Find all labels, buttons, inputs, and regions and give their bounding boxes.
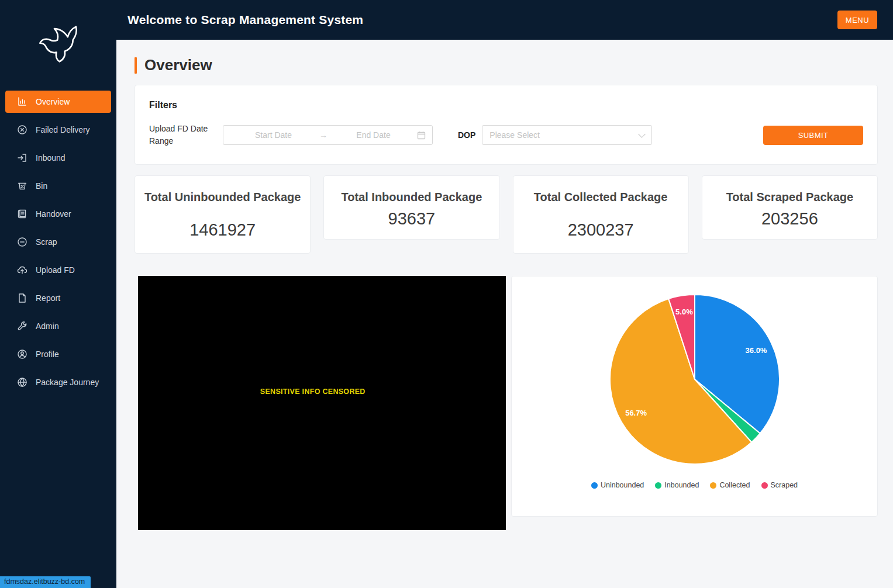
legend-dot	[761, 482, 768, 489]
sidebar: Overview Failed Delivery Inbound Bin	[0, 0, 116, 588]
sidebar-item-failed-delivery[interactable]: Failed Delivery	[5, 119, 111, 141]
wrench-icon	[17, 321, 27, 331]
dop-label: DOP	[458, 129, 475, 141]
filters-card: Filters Upload FD Date Range Start Date …	[135, 85, 878, 165]
sidebar-item-inbound[interactable]: Inbound	[5, 147, 111, 169]
filters-heading: Filters	[149, 100, 863, 110]
stat-value: 203256	[761, 209, 818, 229]
date-range-label: Upload FD Date Range	[149, 123, 223, 147]
user-circle-icon	[17, 349, 27, 359]
sidebar-item-label: Inbound	[36, 153, 65, 162]
sidebar-item-upload-fd[interactable]: Upload FD	[5, 259, 111, 281]
legend-label: Scraped	[771, 481, 798, 489]
filters-row: Upload FD Date Range Start Date → End Da…	[149, 123, 863, 147]
sidebar-item-label: Admin	[36, 321, 59, 331]
stat-value: 1461927	[189, 220, 256, 240]
sidebar-nav: Overview Failed Delivery Inbound Bin	[0, 91, 116, 399]
sidebar-item-bin[interactable]: Bin	[5, 175, 111, 197]
charts-row: SENSITIVE INFO CENSORED 36.0%56.7%5.0% U…	[135, 276, 878, 530]
legend-label: Uninbounded	[601, 481, 644, 489]
page-title: Overview	[135, 56, 878, 74]
legend-item-scraped[interactable]: Scraped	[761, 481, 798, 489]
sidebar-item-label: Bin	[36, 181, 47, 191]
arrow-right-icon: →	[317, 130, 330, 140]
legend-label: Inbounded	[664, 481, 699, 489]
sidebar-item-label: Upload FD	[36, 265, 75, 275]
sidebar-item-label: Scrap	[36, 237, 57, 247]
legend-dot	[655, 482, 661, 489]
sidebar-item-handover[interactable]: Handover	[5, 203, 111, 225]
cloud-upload-icon	[17, 265, 27, 275]
pie-slice-label: 56.7%	[625, 409, 647, 417]
stat-title: Total Collected Package	[534, 189, 668, 205]
stat-card-uninbounded: Total Uninbounded Package 1461927	[135, 175, 311, 254]
legend-item-inbounded[interactable]: Inbounded	[655, 481, 699, 489]
stats-row: Total Uninbounded Package 1461927 Total …	[135, 175, 878, 254]
stat-value: 2300237	[568, 220, 634, 240]
censored-overlay: SENSITIVE INFO CENSORED	[138, 276, 506, 530]
dop-select-value: Please Select	[489, 130, 639, 140]
file-icon	[17, 293, 27, 303]
pie-slice-label: 36.0%	[745, 346, 767, 355]
circle-x-icon	[17, 124, 27, 135]
stat-card-scraped: Total Scraped Package 203256	[702, 175, 878, 240]
pie-chart[interactable]: 36.0%56.7%5.0%	[607, 292, 782, 467]
date-range-picker[interactable]: Start Date → End Date	[223, 125, 433, 145]
menu-button[interactable]: MENU	[837, 11, 877, 29]
title-accent-bar	[135, 57, 137, 74]
browser-status-bar: fdmsdaz.elitbuzz-bd.com	[0, 576, 91, 588]
stat-value: 93637	[388, 209, 436, 229]
sidebar-item-label: Overview	[36, 97, 70, 106]
chart-legend: UninboundedInboundedCollectedScraped	[591, 481, 798, 489]
end-date-input[interactable]: End Date	[330, 130, 417, 140]
stat-card-inbounded: Total Inbounded Package 93637	[323, 175, 499, 240]
circle-minus-icon	[17, 237, 27, 247]
chevron-down-icon	[638, 130, 646, 138]
document-icon	[17, 209, 27, 219]
legend-item-collected[interactable]: Collected	[710, 481, 750, 489]
sidebar-item-profile[interactable]: Profile	[5, 343, 111, 365]
sidebar-item-package-journey[interactable]: Package Journey	[5, 371, 111, 393]
trash-bin-icon	[17, 181, 27, 191]
stat-title: Total Scraped Package	[726, 189, 854, 205]
bird-logo-icon	[32, 15, 85, 69]
legend-item-uninbounded[interactable]: Uninbounded	[591, 481, 644, 489]
censored-text: SENSITIVE INFO CENSORED	[260, 388, 366, 396]
sidebar-item-admin[interactable]: Admin	[5, 315, 111, 337]
sidebar-item-label: Report	[36, 293, 60, 303]
sidebar-item-label: Package Journey	[36, 378, 99, 387]
legend-dot	[591, 482, 598, 489]
app-title: Welcome to Scrap Management System	[127, 13, 363, 27]
calendar-icon	[417, 131, 426, 140]
pie-slice-label: 5.0%	[675, 307, 693, 316]
legend-dot	[710, 482, 716, 489]
sidebar-item-overview[interactable]: Overview	[5, 91, 111, 113]
legend-label: Collected	[719, 481, 750, 489]
sidebar-item-label: Handover	[36, 209, 71, 219]
stat-title: Total Uninbounded Package	[144, 189, 301, 205]
sidebar-item-label: Profile	[36, 350, 59, 359]
sidebar-item-scrap[interactable]: Scrap	[5, 231, 111, 253]
dop-select[interactable]: Please Select	[482, 125, 652, 145]
app-header: Welcome to Scrap Management System MENU	[116, 0, 893, 40]
start-date-input[interactable]: Start Date	[230, 130, 317, 140]
sidebar-item-report[interactable]: Report	[5, 287, 111, 309]
stat-card-collected: Total Collected Package 2300237	[513, 175, 689, 254]
bar-chart-icon	[17, 96, 27, 107]
sidebar-item-label: Failed Delivery	[36, 125, 90, 134]
stat-title: Total Inbounded Package	[341, 189, 482, 205]
submit-button[interactable]: SUBMIT	[763, 126, 863, 145]
app-root: Overview Failed Delivery Inbound Bin	[0, 0, 893, 588]
pie-chart-card: 36.0%56.7%5.0% UninboundedInboundedColle…	[511, 276, 878, 517]
globe-icon	[17, 377, 27, 388]
main-content: Overview Filters Upload FD Date Range St…	[116, 40, 893, 588]
arrow-into-box-icon	[17, 153, 27, 163]
page-title-text: Overview	[144, 56, 212, 74]
